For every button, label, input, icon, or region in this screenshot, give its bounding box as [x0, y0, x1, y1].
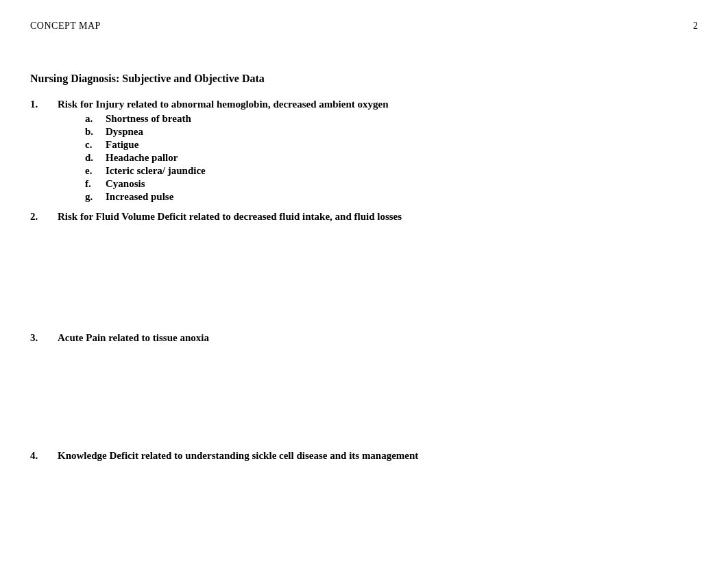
- diagnosis-number-2: 2.: [30, 211, 58, 223]
- sub-item-1b: b. Dyspnea: [85, 126, 698, 138]
- sub-item-1g: g. Increased pulse: [85, 191, 698, 203]
- diagnosis-text-2: Risk for Fluid Volume Deficit related to…: [58, 211, 402, 223]
- diagnosis-item-2: 2. Risk for Fluid Volume Deficit related…: [30, 211, 698, 223]
- section-heading: Nursing Diagnosis: Subjective and Object…: [30, 73, 698, 85]
- sub-item-1d: d. Headache pallor: [85, 152, 698, 164]
- diagnosis-text-3: Acute Pain related to tissue anoxia: [58, 332, 209, 344]
- sub-text-1c: Fatigue: [106, 139, 138, 151]
- concept-map-title: CONCEPT MAP: [30, 21, 101, 32]
- sub-text-1b: Dyspnea: [106, 126, 143, 138]
- diagnosis-number-3: 3.: [30, 332, 58, 344]
- diagnosis-item-1: 1. Risk for Injury related to abnormal h…: [30, 99, 698, 203]
- diagnosis-item-4: 4. Knowledge Deficit related to understa…: [30, 450, 698, 462]
- sub-item-1e: e. Icteric sclera/ jaundice: [85, 165, 698, 177]
- page-number: 2: [693, 21, 698, 32]
- sub-text-1g: Increased pulse: [106, 191, 173, 203]
- diagnosis-list: 1. Risk for Injury related to abnormal h…: [30, 99, 698, 462]
- sub-label-1d: d.: [85, 152, 106, 164]
- sub-list-1: a. Shortness of breath b. Dyspnea c. Fat…: [85, 113, 698, 203]
- diagnosis-number-4: 4.: [30, 450, 58, 462]
- sub-item-1a: a. Shortness of breath: [85, 113, 698, 125]
- sub-label-1f: f.: [85, 178, 106, 190]
- sub-text-1f: Cyanosis: [106, 178, 145, 190]
- diagnosis-text-1: Risk for Injury related to abnormal hemo…: [58, 99, 389, 110]
- sub-text-1e: Icteric sclera/ jaundice: [106, 165, 206, 177]
- diagnosis-number-1: 1.: [30, 99, 58, 110]
- sub-text-1d: Headache pallor: [106, 152, 178, 164]
- sub-item-1f: f. Cyanosis: [85, 178, 698, 190]
- sub-label-1e: e.: [85, 165, 106, 177]
- sub-label-1c: c.: [85, 139, 106, 151]
- diagnosis-item-3: 3. Acute Pain related to tissue anoxia: [30, 332, 698, 344]
- sub-label-1a: a.: [85, 113, 106, 125]
- diagnosis-text-4: Knowledge Deficit related to understandi…: [58, 450, 418, 462]
- sub-label-1b: b.: [85, 126, 106, 138]
- sub-item-1c: c. Fatigue: [85, 139, 698, 151]
- sub-label-1g: g.: [85, 191, 106, 203]
- sub-text-1a: Shortness of breath: [106, 113, 191, 125]
